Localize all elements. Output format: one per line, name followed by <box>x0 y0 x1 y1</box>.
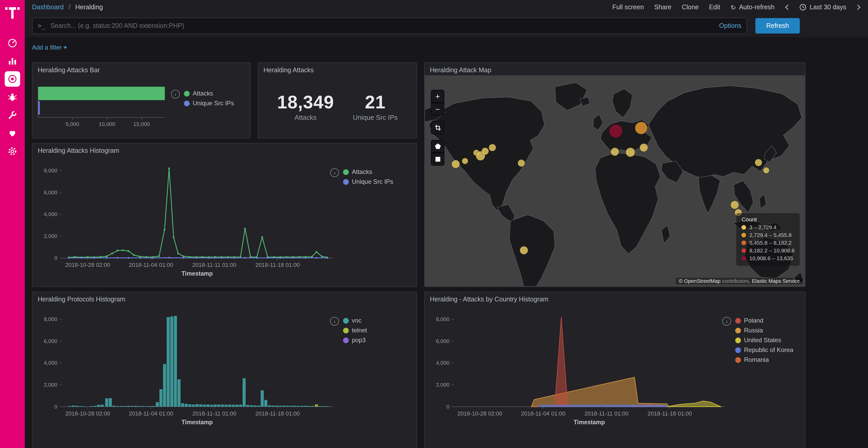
attack-location-marker[interactable] <box>520 246 528 254</box>
elastic-maps-link[interactable]: Elastic Maps Service <box>752 278 800 284</box>
svg-text:6,000: 6,000 <box>44 338 57 344</box>
attack-location-marker[interactable] <box>609 125 623 138</box>
legend-item[interactable]: Attacks <box>184 90 234 97</box>
query-bar-row: >_ Options Refresh <box>25 14 868 37</box>
legend-dot <box>742 240 746 245</box>
attack-location-marker[interactable] <box>489 144 496 151</box>
map-legend-row: 5,455.8 – 8,182.2 <box>742 240 795 246</box>
legend-item[interactable]: Attacks <box>343 168 393 175</box>
legend-range-label: 8,182.2 – 10,908.6 <box>749 247 795 253</box>
polygon-icon <box>434 143 441 150</box>
zoom-in-button[interactable]: + <box>431 90 444 103</box>
map-controls: + − <box>431 90 444 166</box>
legend-dot <box>735 318 741 323</box>
auto-refresh-button[interactable]: ↻ Auto-refresh <box>731 3 775 11</box>
attack-location-marker[interactable] <box>755 159 762 166</box>
sidebar-item-attack-dashboard[interactable] <box>5 71 20 87</box>
share-button[interactable]: Share <box>654 4 672 11</box>
world-map[interactable]: + − <box>425 75 805 286</box>
breadcrumb-dashboard-link[interactable]: Dashboard <box>32 4 64 11</box>
sidebar-item-analytics[interactable] <box>5 53 20 69</box>
edit-button[interactable]: Edit <box>709 4 720 11</box>
legend-item[interactable]: Poland <box>735 317 793 324</box>
attack-location-marker[interactable] <box>611 148 619 156</box>
legend-item[interactable]: Unique Src IPs <box>343 178 393 185</box>
sidebar-item-health[interactable] <box>5 126 20 141</box>
legend-range-label: 10,908.6 – 13,635 <box>749 255 793 261</box>
bar-unique-src-ips[interactable] <box>38 101 40 114</box>
bar-attacks[interactable] <box>38 87 165 100</box>
metric-label: Attacks <box>277 113 334 121</box>
clone-button[interactable]: Clone <box>682 4 699 11</box>
fit-bounds-button[interactable] <box>431 121 444 134</box>
gear-icon <box>7 146 18 157</box>
legend-item[interactable]: telnet <box>343 327 367 334</box>
legend-item[interactable]: Romania <box>735 356 793 364</box>
legend-toggle-icon[interactable]: › <box>722 317 731 326</box>
attack-location-marker[interactable] <box>635 122 647 134</box>
legend-dot <box>184 91 190 96</box>
map-legend-row: 10,908.6 – 13,635 <box>742 255 795 261</box>
legend-label: Republic of Korea <box>744 346 793 353</box>
panel-attacks-bar: Heralding Attacks Bar 5,00010,00015,000 … <box>32 63 251 138</box>
attacks-bar-chart[interactable]: 5,00010,00015,000 <box>38 87 165 129</box>
legend-dot <box>343 169 349 175</box>
legend-item[interactable]: vnc <box>343 317 367 324</box>
legend-toggle-icon[interactable]: › <box>171 90 180 99</box>
legend-item[interactable]: Unique Src IPs <box>184 100 234 107</box>
svg-text:2018-10-28 02:00: 2018-10-28 02:00 <box>65 410 110 417</box>
legend-dot <box>735 337 741 343</box>
telekom-logo[interactable] <box>4 3 21 22</box>
attack-location-marker[interactable] <box>462 158 468 164</box>
svg-text:8,000: 8,000 <box>436 316 450 322</box>
svg-text:0: 0 <box>54 255 57 261</box>
attack-location-marker[interactable] <box>640 143 648 152</box>
legend-label: pop3 <box>352 337 366 344</box>
options-link[interactable]: Options <box>719 22 741 29</box>
attack-location-marker[interactable] <box>482 148 489 155</box>
svg-text:2,000: 2,000 <box>44 382 57 388</box>
attack-location-marker[interactable] <box>452 160 460 168</box>
legend-dot <box>742 256 746 261</box>
sidebar-item-honeypot[interactable] <box>5 89 20 105</box>
time-range-button[interactable]: Last 30 days <box>799 4 846 11</box>
country-histogram-chart[interactable]: 02,0004,0006,0008,0002018-10-28 02:00201… <box>430 310 732 436</box>
refresh-button[interactable]: Refresh <box>755 18 800 34</box>
legend-toggle-icon[interactable]: › <box>330 168 339 177</box>
svg-text:2018-11-18 01:00: 2018-11-18 01:00 <box>255 262 300 268</box>
attack-location-marker[interactable] <box>763 167 769 173</box>
fullscreen-button[interactable]: Full screen <box>612 4 644 11</box>
osm-attribution-link[interactable]: © OpenStreetMap <box>679 278 721 284</box>
svg-text:2018-11-11 01:00: 2018-11-11 01:00 <box>192 262 236 268</box>
legend-item[interactable]: Republic of Korea <box>735 346 793 353</box>
svg-text:2018-11-18 01:00: 2018-11-18 01:00 <box>647 410 692 417</box>
legend-item[interactable]: pop3 <box>343 337 367 344</box>
attack-location-marker[interactable] <box>626 148 635 157</box>
zoom-out-button[interactable]: − <box>431 103 444 115</box>
refresh-cycle-icon: ↻ <box>731 3 736 11</box>
sidebar-item-settings[interactable] <box>5 143 20 159</box>
draw-polygon-button[interactable] <box>431 140 444 153</box>
search-input[interactable] <box>49 22 715 30</box>
sidebar-item-overview[interactable] <box>5 35 20 50</box>
attack-location-marker[interactable] <box>518 160 525 167</box>
legend-item[interactable]: Russia <box>735 327 793 334</box>
draw-rectangle-button[interactable] <box>431 153 444 166</box>
add-filter-link[interactable]: Add a filter + <box>32 44 67 51</box>
protocols-histogram-chart[interactable]: 02,0004,0006,0008,0002018-10-28 02:00201… <box>38 310 340 436</box>
time-forward-button[interactable] <box>857 4 861 10</box>
legend-item[interactable]: United States <box>735 337 793 344</box>
time-back-button[interactable] <box>785 4 789 10</box>
svg-text:4,000: 4,000 <box>436 360 450 366</box>
chevron-right-icon <box>857 4 861 10</box>
svg-text:4,000: 4,000 <box>44 211 57 217</box>
legend-dot <box>343 179 349 184</box>
attacks-histogram-chart[interactable]: 02,0004,0006,0008,0002018-10-28 02:00201… <box>38 161 340 287</box>
sidebar-item-tools[interactable] <box>5 107 20 123</box>
svg-text:2018-11-11 01:00: 2018-11-11 01:00 <box>192 410 236 417</box>
console-prompt-icon: >_ <box>38 22 45 29</box>
svg-text:6,000: 6,000 <box>436 338 450 344</box>
legend-label: vnc <box>352 317 362 324</box>
attack-location-marker[interactable] <box>731 201 739 209</box>
legend-toggle-icon[interactable]: › <box>330 317 339 326</box>
